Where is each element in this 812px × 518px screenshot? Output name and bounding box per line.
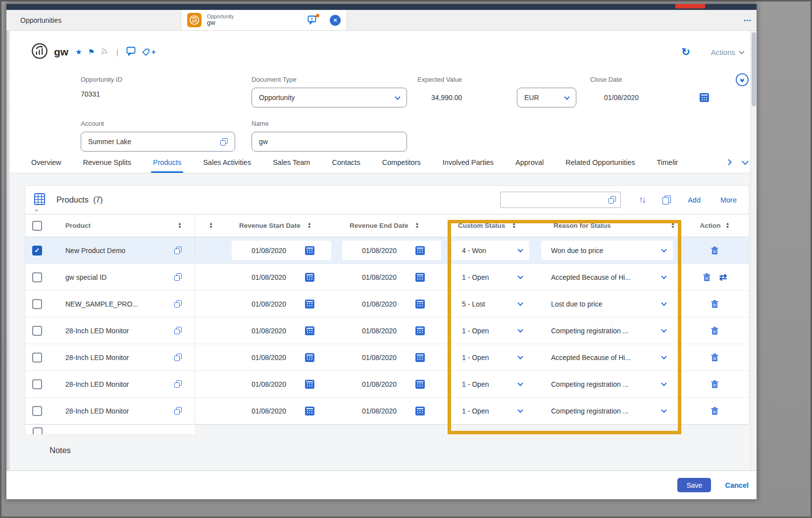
swap-icon[interactable]: ⇄ bbox=[719, 272, 727, 282]
reason-for-status-select[interactable]: Competing registration ... bbox=[541, 321, 673, 340]
column-header-reason-for-status[interactable]: Reason for Status ▲▼ bbox=[536, 214, 681, 237]
actions-button[interactable]: Actions bbox=[711, 48, 744, 56]
calendar-icon[interactable] bbox=[305, 246, 314, 255]
delete-icon[interactable] bbox=[710, 246, 719, 255]
calendar-icon[interactable] bbox=[415, 273, 425, 282]
revenue-end-date-field[interactable]: 01/08/2020 bbox=[342, 348, 441, 367]
column-header-action[interactable]: Action ▲▼ bbox=[681, 214, 749, 237]
row-checkbox[interactable] bbox=[33, 427, 43, 435]
flag-icon[interactable]: ⚑ bbox=[88, 48, 95, 56]
document-type-select[interactable]: Opportunity bbox=[252, 88, 407, 107]
column-header-revenue-end-date[interactable]: Revenue End Date ▲▼ bbox=[337, 214, 447, 237]
column-header-blank[interactable]: ▲▼ bbox=[195, 214, 227, 237]
feed-icon[interactable] bbox=[101, 47, 108, 57]
feedback-icon[interactable] bbox=[307, 15, 317, 25]
calendar-icon[interactable] bbox=[305, 353, 314, 362]
table-search-input[interactable] bbox=[505, 196, 609, 204]
overflow-menu-icon[interactable]: ••• bbox=[744, 17, 752, 23]
column-header-custom-status[interactable]: Custom Status ▲▼ bbox=[447, 214, 536, 237]
calendar-icon[interactable] bbox=[305, 380, 314, 389]
calendar-icon[interactable] bbox=[415, 246, 425, 255]
favorite-star-icon[interactable]: ★ bbox=[75, 48, 82, 56]
expand-header-icon[interactable] bbox=[736, 73, 749, 86]
delete-icon[interactable] bbox=[710, 407, 719, 415]
name-input[interactable] bbox=[259, 138, 400, 146]
calendar-icon[interactable] bbox=[415, 353, 425, 362]
delete-icon[interactable] bbox=[710, 353, 719, 362]
save-button[interactable]: Save bbox=[677, 478, 711, 492]
delete-icon[interactable] bbox=[710, 326, 719, 335]
calendar-icon[interactable] bbox=[305, 273, 314, 282]
tab-involved-parties[interactable]: Involved Parties bbox=[443, 152, 494, 173]
reason-for-status-select[interactable]: Competing registration ... bbox=[541, 374, 673, 394]
reason-for-status-select[interactable]: Accepted Because of Hi... bbox=[541, 267, 673, 287]
tab-overview[interactable]: Overview bbox=[31, 152, 61, 173]
revenue-end-date-field[interactable]: 01/08/2020 bbox=[342, 267, 441, 287]
sort-icon[interactable]: ↑↓ bbox=[639, 195, 645, 205]
account-field[interactable] bbox=[81, 132, 235, 152]
revenue-end-date-field[interactable]: 01/08/2020 bbox=[342, 241, 441, 260]
custom-status-select[interactable]: 1 - Open bbox=[452, 321, 529, 340]
delete-icon[interactable] bbox=[710, 300, 719, 309]
delete-icon[interactable] bbox=[710, 380, 719, 389]
scrollbar-thumb[interactable] bbox=[752, 32, 756, 106]
value-help-icon[interactable] bbox=[220, 138, 228, 146]
table-row[interactable]: 28-Inch LED Monitor 01/08/2020 01/08/202… bbox=[25, 371, 749, 398]
add-button[interactable]: Add bbox=[688, 196, 701, 204]
row-checkbox[interactable] bbox=[32, 326, 42, 336]
custom-status-select[interactable]: 1 - Open bbox=[452, 401, 529, 420]
column-header-product[interactable]: Product ▲▼ bbox=[49, 214, 195, 237]
nav-scroll-right-icon[interactable] bbox=[725, 159, 732, 165]
reason-for-status-select[interactable]: Won due to price bbox=[541, 241, 673, 260]
revenue-end-date-field[interactable]: 01/08/2020 bbox=[342, 401, 441, 420]
select-all-checkbox[interactable] bbox=[32, 221, 42, 231]
open-reference-icon[interactable] bbox=[174, 273, 182, 281]
open-reference-icon[interactable] bbox=[174, 327, 182, 334]
tab-products[interactable]: Products bbox=[153, 152, 181, 173]
reason-for-status-select[interactable]: Competing registration ... bbox=[541, 401, 673, 420]
revenue-end-date-field[interactable]: 01/08/2020 bbox=[342, 374, 441, 394]
revenue-start-date-field[interactable]: 01/08/2020 bbox=[232, 321, 331, 340]
chat-icon[interactable] bbox=[126, 47, 136, 58]
calendar-icon[interactable] bbox=[415, 407, 425, 415]
calendar-icon[interactable] bbox=[415, 380, 425, 389]
currency-select[interactable]: EUR bbox=[517, 88, 576, 107]
revenue-end-date-field[interactable]: 01/08/2020 bbox=[342, 321, 441, 340]
column-header-revenue-start-date[interactable]: Revenue Start Date ▲▼ bbox=[227, 214, 337, 237]
open-reference-icon[interactable] bbox=[174, 247, 182, 254]
tab-opportunity-gw[interactable]: Opportunity gw × bbox=[181, 10, 347, 30]
close-tab-icon[interactable]: × bbox=[330, 15, 341, 26]
revenue-start-date-field[interactable]: 01/08/2020 bbox=[232, 374, 331, 394]
custom-status-select[interactable]: 1 - Open bbox=[452, 374, 529, 394]
calendar-icon[interactable] bbox=[305, 407, 314, 415]
custom-status-select[interactable]: 1 - Open bbox=[452, 267, 529, 287]
revenue-start-date-field[interactable]: 01/08/2020 bbox=[232, 241, 331, 260]
copy-rows-icon[interactable] bbox=[662, 196, 671, 205]
nav-overflow-icon[interactable] bbox=[742, 157, 749, 164]
table-row[interactable]: 28-Inch LED Monitor 01/08/2020 01/08/202… bbox=[25, 317, 749, 344]
table-row[interactable]: New Product Demo 01/08/2020 01/08/2020 4… bbox=[25, 237, 749, 264]
table-search-box[interactable] bbox=[500, 192, 621, 208]
table-view-icon[interactable] bbox=[34, 193, 45, 207]
refresh-icon[interactable]: ↻ bbox=[681, 46, 690, 58]
custom-status-select[interactable]: 4 - Won bbox=[452, 241, 529, 260]
tab-timelir[interactable]: Timelir bbox=[657, 152, 678, 173]
tab-related-opportunities[interactable]: Related Opportunities bbox=[565, 152, 635, 173]
table-row[interactable]: 28-Inch LED Monitor 01/08/2020 01/08/202… bbox=[25, 398, 749, 424]
tab-opportunities-list[interactable]: Opportunities bbox=[6, 10, 181, 30]
tab-competitors[interactable]: Competitors bbox=[382, 152, 421, 173]
custom-status-select[interactable]: 1 - Open bbox=[452, 348, 529, 367]
open-reference-icon[interactable] bbox=[174, 407, 182, 414]
revenue-start-date-field[interactable]: 01/08/2020 bbox=[232, 348, 331, 367]
row-checkbox[interactable] bbox=[32, 406, 42, 416]
tab-contacts[interactable]: Contacts bbox=[332, 152, 360, 173]
account-input[interactable] bbox=[88, 138, 220, 146]
tab-revenue-splits[interactable]: Revenue Splits bbox=[83, 152, 131, 173]
tab-sales-team[interactable]: Sales Team bbox=[273, 152, 310, 173]
row-checkbox[interactable] bbox=[32, 246, 42, 256]
calendar-icon[interactable] bbox=[305, 326, 314, 335]
table-row[interactable]: gw special ID 01/08/2020 01/08/2020 1 - … bbox=[25, 264, 749, 291]
vertical-scrollbar[interactable] bbox=[750, 31, 757, 470]
tab-sales-activities[interactable]: Sales Activities bbox=[203, 152, 251, 173]
revenue-start-date-field[interactable]: 01/08/2020 bbox=[232, 401, 331, 420]
